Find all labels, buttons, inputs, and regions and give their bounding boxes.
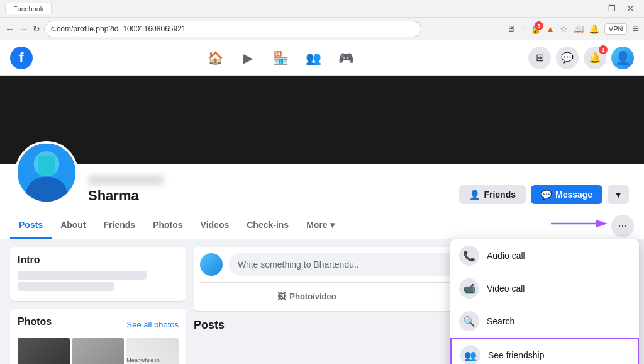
- see-friendship-label: See friendship: [488, 350, 545, 360]
- three-dots-button[interactable]: ···: [611, 215, 634, 237]
- photo-thumb-2[interactable]: [72, 338, 125, 364]
- address-input[interactable]: [44, 21, 421, 37]
- dropdown-item-see-friendship[interactable]: 👥 See friendship: [450, 338, 639, 364]
- title-bar: Facebook — ❐ ✕: [0, 0, 644, 18]
- extension-badge: 8: [535, 21, 543, 30]
- refresh-button[interactable]: ↻: [33, 24, 40, 34]
- blurred-name: [88, 175, 164, 185]
- back-button[interactable]: ←: [5, 23, 15, 35]
- intro-blur-2: [18, 282, 114, 291]
- photos-card: Photos See all photos Meanwhile in Pakis…: [10, 309, 186, 364]
- intro-blur-1: [18, 271, 147, 280]
- facebook-page: f 🏠 ▶ 🏪 👥 🎮 ⊞ 💬 🔔 1 👤: [0, 40, 644, 364]
- menu-icon[interactable]: ≡: [632, 22, 639, 35]
- more-chevron-icon: ▾: [330, 220, 335, 230]
- profile-avatar[interactable]: 👤: [611, 47, 634, 69]
- profile-info-row: Sharma 👤 Friends 💬 Message ▼: [0, 141, 644, 212]
- intro-card: Intro: [10, 247, 186, 301]
- intro-title: Intro: [18, 254, 179, 266]
- fb-nav-right: ⊞ 💬 🔔 1 👤: [528, 47, 634, 69]
- notifications-badge: 1: [599, 45, 608, 54]
- browser-chrome: Facebook — ❐ ✕ ← → ↻ 🖥 ↑ 🔒 8 ▲ ☆ 📖 🔔 VPN: [0, 0, 644, 40]
- forward-button[interactable]: →: [19, 23, 29, 35]
- search-label: Search: [487, 316, 514, 326]
- photo-thumb-3[interactable]: Meanwhile in Pakistan: [126, 338, 179, 364]
- nav-gaming-icon[interactable]: 🎮: [331, 43, 361, 73]
- profile-name: Sharma: [88, 188, 449, 204]
- friends-icon: 👤: [469, 190, 480, 200]
- dropdown-item-audio[interactable]: 📞 Audio call: [450, 239, 639, 272]
- tab-friends[interactable]: Friends: [95, 212, 145, 239]
- photo-video-action[interactable]: 🖼 Photo/video: [200, 288, 414, 305]
- photo-video-icon: 🖼: [277, 292, 286, 301]
- minimize-button[interactable]: —: [584, 3, 602, 14]
- nav-marketplace-icon[interactable]: 🏪: [265, 43, 296, 73]
- nav-watch-icon[interactable]: ▶: [233, 43, 263, 73]
- dropdown-item-search[interactable]: 🔍 Search: [450, 305, 639, 338]
- see-friendship-icon: 👥: [460, 345, 480, 364]
- star-icon: ☆: [560, 24, 568, 34]
- dropdown-menu: 📞 Audio call 📹 Video call 🔍 Search 👥 See…: [450, 239, 639, 364]
- photo-thumb-1[interactable]: [18, 338, 70, 364]
- fb-navbar: f 🏠 ▶ 🏪 👥 🎮 ⊞ 💬 🔔 1 👤: [0, 40, 644, 76]
- more-arrow-button[interactable]: ▼: [608, 185, 629, 204]
- tab-videos[interactable]: Videos: [192, 212, 238, 239]
- photos-header: Photos See all photos: [18, 316, 179, 333]
- tab-active[interactable]: Facebook: [5, 3, 52, 14]
- share-icon: ↑: [521, 24, 525, 34]
- friends-button[interactable]: 👤 Friends: [459, 185, 526, 204]
- video-call-label: Video call: [487, 283, 525, 293]
- audio-call-label: Audio call: [487, 251, 525, 261]
- messenger-icon[interactable]: 💬: [556, 47, 579, 69]
- maximize-button[interactable]: ❐: [603, 3, 621, 14]
- vpn-button[interactable]: VPN: [604, 23, 628, 35]
- left-panel: Intro Photos See all photos Meanwhile in…: [10, 247, 186, 364]
- close-button[interactable]: ✕: [622, 3, 639, 14]
- profile-name-area: Sharma: [78, 152, 459, 204]
- see-all-photos-link[interactable]: See all photos: [127, 320, 179, 329]
- tab-posts[interactable]: Posts: [10, 212, 52, 239]
- svg-marker-5: [596, 220, 608, 227]
- window-controls: — ❐ ✕: [584, 3, 639, 14]
- profile-section: Sharma 👤 Friends 💬 Message ▼: [0, 76, 644, 212]
- svg-rect-3: [38, 155, 55, 175]
- extension-icon: 🔒 8: [530, 24, 541, 34]
- screen-share-icon: 🖥: [507, 24, 516, 34]
- profile-tabs: Posts About Friends Photos Videos Check-…: [0, 212, 644, 239]
- purple-arrow-annotation: [551, 216, 608, 231]
- profile-actions: 👤 Friends 💬 Message ▼: [459, 170, 629, 204]
- fb-nav-left: f: [10, 47, 33, 69]
- triangle-icon: ▲: [546, 24, 555, 34]
- address-bar: ← → ↻ 🖥 ↑ 🔒 8 ▲ ☆ 📖 🔔 VPN ≡: [0, 18, 644, 40]
- photo-caption: Meanwhile in Pakistan: [126, 357, 179, 364]
- dropdown-item-video[interactable]: 📹 Video call: [450, 272, 639, 305]
- tab-photos[interactable]: Photos: [144, 212, 191, 239]
- photos-title: Photos: [18, 316, 52, 327]
- search-icon: 🔍: [459, 311, 479, 331]
- nav-home-icon[interactable]: 🏠: [200, 43, 230, 73]
- profile-avatar-wrap[interactable]: [15, 141, 78, 204]
- notifications-icon: 🔔: [589, 24, 599, 34]
- notifications-bell[interactable]: 🔔 1: [584, 47, 606, 69]
- tab-about[interactable]: About: [52, 212, 94, 239]
- audio-call-icon: 📞: [459, 246, 479, 266]
- profile-avatar-inner: [18, 144, 75, 202]
- post-avatar: [200, 253, 223, 276]
- apps-icon[interactable]: ⊞: [528, 47, 551, 69]
- browser-icons: 🖥 ↑ 🔒 8 ▲ ☆ 📖 🔔 VPN ≡: [507, 22, 639, 35]
- nav-groups-icon[interactable]: 👥: [298, 43, 328, 73]
- fb-logo[interactable]: f: [10, 47, 33, 69]
- photo-grid: Meanwhile in Pakistan: [18, 338, 179, 364]
- video-call-icon: 📹: [459, 278, 479, 299]
- fb-nav-center: 🏠 ▶ 🏪 👥 🎮: [200, 43, 361, 73]
- tab-more[interactable]: More ▾: [297, 212, 343, 239]
- messenger-btn-icon: 💬: [541, 190, 552, 200]
- tab-check-ins[interactable]: Check-ins: [238, 212, 297, 239]
- message-button[interactable]: 💬 Message: [531, 185, 602, 204]
- reader-icon: 📖: [573, 24, 584, 34]
